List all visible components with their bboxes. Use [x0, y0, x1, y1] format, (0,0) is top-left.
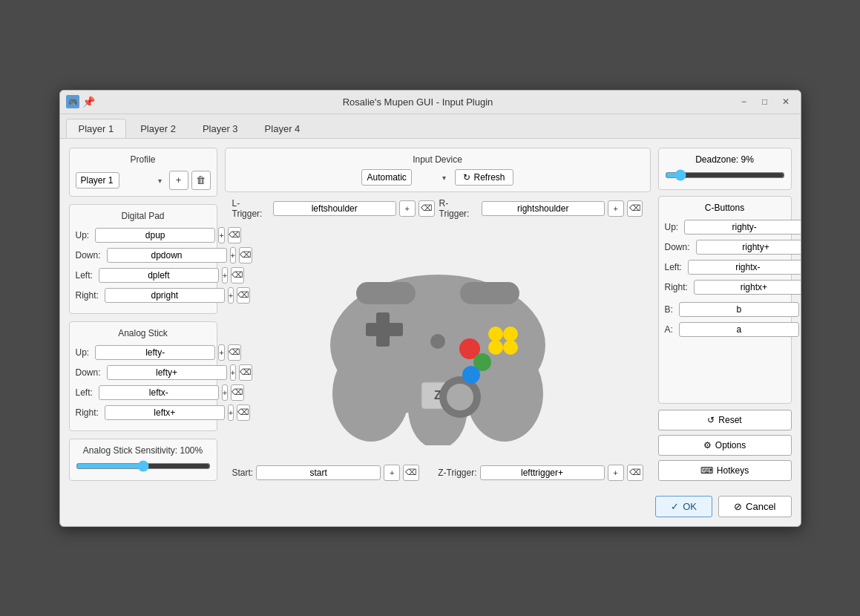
- window-title: Rosalie's Mupen GUI - Input Plugin: [101, 96, 735, 108]
- l-trigger-add[interactable]: +: [399, 200, 416, 217]
- titlebar: 🎮 📌 Rosalie's Mupen GUI - Input Plugin −…: [60, 91, 801, 114]
- svg-point-14: [488, 340, 503, 355]
- start-group: Start: + ⌫: [232, 465, 420, 481]
- dpad-down-label: Down:: [76, 250, 104, 261]
- minimize-button[interactable]: −: [735, 94, 753, 109]
- pin-icon[interactable]: 📌: [82, 96, 95, 108]
- action-buttons: ↺ Reset ⚙ Options ⌨ Hotkeys: [658, 410, 792, 481]
- controller-svg: Z: [312, 237, 564, 445]
- cbtn-down-input[interactable]: [696, 240, 801, 255]
- options-button[interactable]: ⚙ Options: [658, 435, 792, 456]
- profile-box: Profile Player 1 + 🗑: [69, 148, 217, 197]
- close-button[interactable]: ✕: [777, 94, 795, 109]
- svg-point-11: [447, 384, 473, 410]
- svg-rect-4: [356, 282, 416, 304]
- b-label: B:: [665, 304, 676, 315]
- app-icon: 🎮: [66, 95, 79, 108]
- cancel-button[interactable]: ⊘ Cancel: [718, 496, 791, 517]
- dpad-up-label: Up:: [76, 230, 93, 240]
- svg-point-13: [503, 340, 518, 355]
- cbtn-down-row: Down: + ⌫: [665, 239, 785, 255]
- cancel-icon: ⊘: [734, 501, 742, 512]
- hotkeys-icon: ⌨: [700, 465, 713, 476]
- hotkeys-button[interactable]: ⌨ Hotkeys: [658, 460, 792, 481]
- start-input[interactable]: [256, 465, 381, 480]
- refresh-button[interactable]: ↻ Refresh: [455, 169, 513, 186]
- ok-button[interactable]: ✓ OK: [655, 496, 712, 517]
- input-device-row: Automatic ↻ Refresh: [361, 169, 513, 186]
- svg-point-19: [430, 334, 445, 349]
- controller-display: Z: [225, 225, 651, 459]
- digital-pad-box: Digital Pad Up: + ⌫ Down: + ⌫ Left: +: [69, 204, 217, 314]
- sensitivity-box: Analog Stick Sensitivity: 100%: [69, 439, 217, 481]
- cancel-label: Cancel: [746, 501, 775, 512]
- reset-button[interactable]: ↺ Reset: [658, 410, 792, 430]
- dpad-up-add[interactable]: +: [218, 227, 224, 243]
- r-trigger-add[interactable]: +: [608, 200, 624, 217]
- l-trigger-clear[interactable]: ⌫: [418, 200, 435, 217]
- profile-select[interactable]: Player 1: [76, 172, 119, 189]
- r-trigger-label: R-Trigger:: [439, 198, 479, 219]
- dpad-down-input[interactable]: [107, 248, 227, 263]
- b-button-row: B: + ⌫: [665, 301, 785, 318]
- dpad-right-input[interactable]: [105, 288, 225, 303]
- tab-player3[interactable]: Player 3: [190, 119, 251, 138]
- analog-left-label: Left:: [76, 387, 96, 398]
- z-trigger-label: Z-Trigger:: [438, 468, 476, 478]
- a-button-input[interactable]: [679, 322, 799, 337]
- z-trigger-add[interactable]: +: [608, 465, 624, 481]
- deadzone-slider[interactable]: [665, 169, 785, 181]
- svg-rect-7: [376, 312, 390, 347]
- deadzone-box: Deadzone: 9%: [658, 148, 792, 190]
- analog-down-row: Down: + ⌫: [76, 364, 211, 381]
- start-label: Start:: [232, 468, 254, 478]
- maximize-button[interactable]: □: [756, 94, 774, 109]
- tab-player2[interactable]: Player 2: [128, 119, 188, 138]
- start-add[interactable]: +: [384, 465, 400, 481]
- r-trigger-input[interactable]: [482, 201, 605, 216]
- l-trigger-group: L-Trigger: + ⌫: [232, 198, 435, 219]
- cbtn-right-label: Right:: [665, 282, 691, 292]
- sensitivity-slider[interactable]: [76, 460, 211, 472]
- device-select[interactable]: Automatic: [361, 169, 412, 186]
- a-button-row: A: + ⌫: [665, 321, 785, 338]
- z-trigger-input[interactable]: [480, 465, 605, 480]
- start-clear[interactable]: ⌫: [403, 465, 419, 481]
- dpad-right-row: Right: + ⌫: [76, 287, 211, 304]
- options-label: Options: [715, 440, 746, 450]
- b-button-input[interactable]: [679, 302, 799, 317]
- delete-profile-button[interactable]: 🗑: [191, 171, 211, 190]
- analog-up-add[interactable]: +: [218, 344, 224, 361]
- cbtn-up-label: Up:: [665, 222, 682, 232]
- window-controls: − □ ✕: [735, 94, 795, 109]
- analog-left-input[interactable]: [99, 385, 219, 400]
- cbtn-down-label: Down:: [665, 242, 693, 252]
- dpad-left-label: Left:: [76, 270, 96, 281]
- tab-player4[interactable]: Player 4: [252, 119, 313, 138]
- dpad-up-input[interactable]: [95, 228, 215, 243]
- z-trigger-group: Z-Trigger: + ⌫: [438, 465, 643, 481]
- cbtn-right-input[interactable]: [694, 280, 801, 295]
- svg-point-18: [462, 366, 480, 384]
- add-profile-button[interactable]: +: [169, 171, 188, 190]
- cbtn-left-input[interactable]: [688, 260, 801, 275]
- analog-right-input[interactable]: [105, 405, 225, 420]
- cbtn-up-input[interactable]: [684, 220, 801, 235]
- analog-down-input[interactable]: [107, 365, 227, 380]
- dpad-left-row: Left: + ⌫: [76, 267, 211, 284]
- cbtn-right-row: Right: + ⌫: [665, 279, 785, 295]
- cbtn-left-label: Left:: [665, 262, 685, 272]
- reset-label: Reset: [718, 415, 741, 425]
- deadzone-title: Deadzone: 9%: [665, 154, 785, 165]
- analog-right-row: Right: + ⌫: [76, 404, 211, 421]
- l-trigger-input[interactable]: [273, 201, 396, 216]
- dpad-left-input[interactable]: [99, 268, 219, 283]
- r-trigger-clear[interactable]: ⌫: [627, 200, 643, 217]
- input-device-box: Input Device Automatic ↻ Refresh: [225, 148, 651, 192]
- tab-player1[interactable]: Player 1: [66, 119, 127, 138]
- analog-up-input[interactable]: [95, 345, 215, 360]
- refresh-label: Refresh: [473, 172, 505, 183]
- input-device-title: Input Device: [413, 154, 462, 165]
- z-trigger-clear[interactable]: ⌫: [627, 465, 643, 481]
- l-trigger-label: L-Trigger:: [232, 198, 270, 219]
